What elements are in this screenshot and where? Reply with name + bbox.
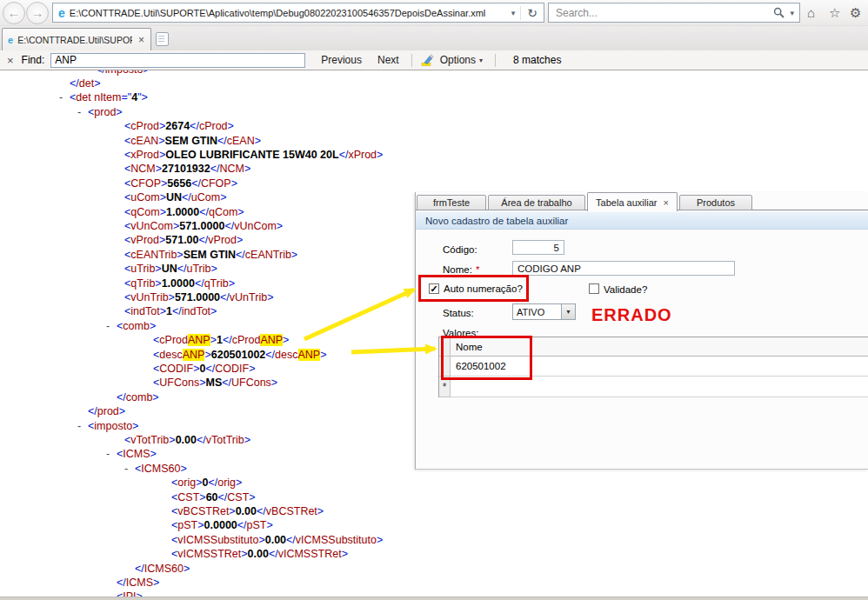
collapse-toggle-icon[interactable]: -: [106, 319, 110, 333]
xml-line: <vUnCom>571.0000</vUnCom>: [124, 219, 283, 233]
xml-token: >: [158, 135, 164, 147]
xml-token: prod: [97, 405, 119, 417]
find-highlight: ANP: [298, 349, 321, 361]
tab-frmteste[interactable]: frmTeste: [417, 195, 486, 210]
find-options-button[interactable]: Options: [440, 54, 476, 66]
xml-token: desc: [159, 349, 182, 361]
xml-token: cProd: [159, 334, 188, 346]
address-bar[interactable]: e E:\CONTTRADE.Util\SUPORTE\Aplicativo\t…: [52, 3, 544, 23]
tab-close-icon[interactable]: ×: [132, 34, 150, 46]
find-previous-button[interactable]: Previous: [321, 54, 362, 66]
forward-button[interactable]: →: [26, 2, 49, 24]
favorites-star-icon[interactable]: ☆: [829, 5, 840, 21]
search-placeholder[interactable]: Search...: [549, 7, 773, 19]
settings-gear-icon[interactable]: ⚙: [850, 5, 861, 21]
xml-token: </: [222, 377, 231, 389]
collapse-toggle-icon[interactable]: -: [106, 447, 110, 461]
xml-token: </: [237, 519, 247, 531]
xml-token: CST: [227, 491, 249, 503]
xml-line: -<ICMS>: [117, 447, 157, 461]
tab-label: frmTeste: [433, 197, 470, 208]
tab-label: Produtos: [697, 197, 735, 208]
find-next-button[interactable]: Next: [377, 54, 399, 66]
xml-line: <orig>0</orig>: [171, 476, 242, 490]
tab-tabela-auxiliar[interactable]: Tabela auxiliar ×: [587, 192, 678, 211]
xml-token: </: [218, 491, 228, 503]
new-tab-button[interactable]: [156, 32, 169, 46]
collapse-toggle-icon[interactable]: -: [59, 90, 63, 104]
validade-label[interactable]: Validade?: [604, 284, 647, 295]
highlight-all-icon[interactable]: [421, 53, 435, 67]
xml-token: >: [267, 291, 273, 303]
dropdown-arrow-icon[interactable]: ▼: [561, 304, 575, 319]
xml-token: >: [231, 177, 237, 190]
xml-token: >: [237, 206, 244, 218]
collapse-toggle-icon[interactable]: -: [124, 462, 128, 476]
xml-token: </: [191, 177, 201, 190]
xml-token: >: [258, 534, 264, 546]
xml-token: >: [160, 206, 166, 218]
xml-token: >: [249, 491, 255, 503]
xml-token: det: [76, 91, 90, 103]
codigo-field[interactable]: 5: [512, 240, 564, 255]
tab-area-de-trabalho[interactable]: Área de trabalho: [488, 195, 585, 210]
xml-token: >: [229, 505, 235, 517]
xml-token: 0.00: [265, 534, 286, 546]
xml-token: >: [94, 77, 100, 90]
xml-token: 571.00: [165, 234, 198, 246]
xml-token: >: [267, 519, 273, 531]
xml-token: UFCons: [159, 377, 199, 389]
search-dropdown-icon[interactable]: ▾: [785, 9, 799, 17]
xml-token: ICMS60: [141, 463, 180, 475]
home-icon[interactable]: ⌂: [807, 5, 815, 20]
errado-annotation: ERRADO: [591, 305, 672, 325]
browser-tab[interactable]: e E:\CONTTRADE.Util\SUPOR... ×: [2, 28, 151, 50]
xml-token: CST: [177, 491, 199, 503]
xml-line: <vBCSTRet>0.00</vBCSTRet>: [171, 504, 324, 518]
xml-token: 0.0000: [204, 519, 237, 531]
xml-token: ">: [137, 91, 148, 103]
xml-token: >: [317, 505, 324, 517]
tab-title: E:\CONTTRADE.Util\SUPOR...: [13, 35, 132, 45]
options-caret-icon[interactable]: ▾: [479, 57, 483, 64]
xml-token: </: [269, 548, 278, 560]
xml-token: 620501002: [211, 349, 266, 361]
xml-token: >: [177, 249, 183, 261]
search-icon[interactable]: [773, 7, 785, 18]
xml-token: </: [117, 577, 126, 589]
xml-token: >: [197, 519, 204, 531]
address-dropdown-icon[interactable]: ▾: [506, 9, 521, 17]
status-dropdown[interactable]: ATIVO ▼: [512, 303, 576, 320]
xml-token: </: [236, 249, 245, 261]
xml-line: <UFCons>MS</UFCons>: [153, 376, 277, 390]
find-close-icon[interactable]: ×: [7, 54, 14, 67]
back-button[interactable]: ←: [3, 2, 25, 24]
xml-token: desc: [275, 349, 297, 361]
xml-token: </: [257, 505, 266, 517]
xml-token: >: [210, 305, 217, 317]
xml-token: vUnTrib: [130, 291, 168, 303]
tab-produtos[interactable]: Produtos: [679, 195, 752, 210]
xml-line: <xProd>OLEO LUBRIFICANTE 15W40 20L</xPro…: [124, 148, 383, 162]
find-input[interactable]: [50, 53, 305, 68]
nome-field[interactable]: CODIGO ANP: [512, 261, 735, 276]
xml-token: </: [217, 135, 227, 147]
find-bar: × Find: Previous Next Options ▾ 8 matche…: [0, 50, 868, 70]
address-url[interactable]: E:\CONTTRADE.Util\SUPORTE\Aplicativo\tem…: [70, 8, 506, 18]
xml-token: >: [160, 305, 166, 317]
xml-token: CFOP: [201, 177, 231, 190]
xml-token: </: [199, 206, 209, 218]
collapse-toggle-icon[interactable]: -: [77, 105, 81, 119]
app-tab-strip: frmTeste Área de trabalho Tabela auxilia…: [416, 192, 868, 210]
xml-token: uCom: [191, 191, 220, 203]
search-box[interactable]: Search... ▾: [548, 3, 800, 23]
xml-token: orig: [217, 477, 236, 489]
refresh-icon[interactable]: ↻: [520, 6, 544, 20]
xml-token: vUnCom: [234, 220, 277, 232]
tab-close-icon[interactable]: ×: [663, 197, 668, 208]
xml-token: 1: [217, 334, 223, 346]
xml-token: >: [241, 548, 247, 560]
collapse-toggle-icon[interactable]: -: [77, 419, 81, 433]
xml-token: >: [204, 349, 210, 361]
validade-checkbox[interactable]: [589, 283, 599, 294]
